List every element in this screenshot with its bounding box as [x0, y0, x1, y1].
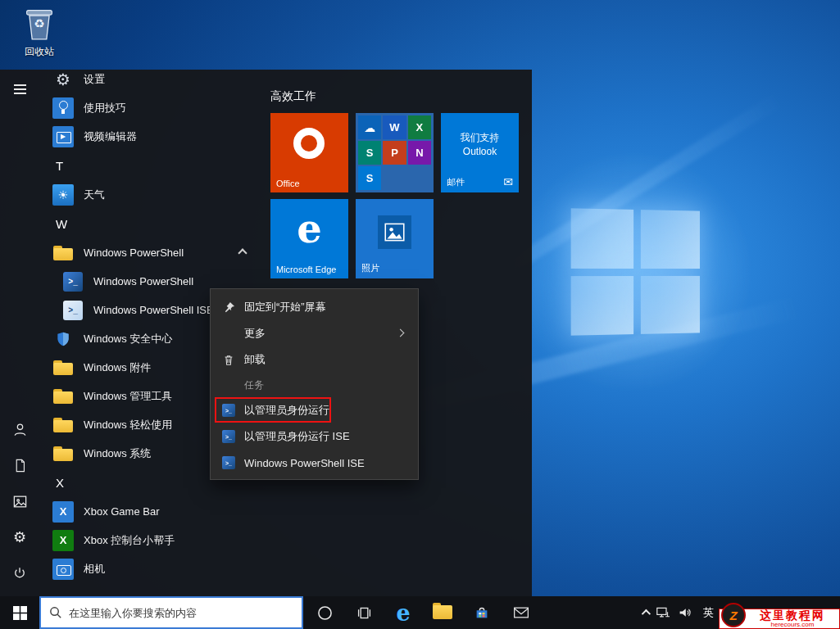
tile-photos[interactable]: 照片 — [356, 199, 434, 278]
expand-menu-button[interactable] — [0, 71, 39, 107]
office-logo-icon — [293, 128, 325, 159]
menu-item-windows-powershell-ise[interactable]: Windows PowerShell ISE — [211, 450, 418, 476]
app-item-camera[interactable]: 相机 — [39, 554, 269, 583]
mail-icon — [513, 604, 529, 621]
volume-icon[interactable] — [678, 606, 692, 619]
taskbar: e 英 — [0, 596, 840, 629]
network-icon[interactable] — [656, 606, 670, 619]
ime-indicator[interactable]: 英 — [700, 605, 717, 620]
file-explorer-button[interactable] — [423, 596, 462, 629]
recycle-bin[interactable]: ♻ 回收站 — [13, 5, 66, 59]
recycle-bin-label: 回收站 — [13, 45, 66, 59]
taskbar-app-icons: e — [305, 596, 541, 629]
app-item-xbox-console-companion[interactable]: Xbox 控制台小帮手 — [39, 526, 269, 554]
app-label: 天气 — [84, 188, 105, 202]
tile-group-title[interactable]: 高效工作 — [270, 89, 316, 104]
onenote-mini-tile[interactable]: N — [408, 141, 431, 165]
documents-button[interactable] — [0, 447, 39, 483]
search-input[interactable] — [69, 607, 290, 619]
mail-tile-text: 我们支持 Outlook — [447, 131, 512, 159]
skype-mini-tile[interactable]: S — [358, 166, 381, 190]
shield-icon — [52, 328, 74, 350]
menu-item-label: 以管理员身份运行 — [244, 403, 329, 418]
app-item-weather[interactable]: 天气 — [39, 180, 269, 209]
menu-item-run-as-administrator[interactable]: 以管理员身份运行 — [211, 397, 418, 423]
photos-icon — [378, 215, 411, 249]
app-label: 相机 — [84, 562, 105, 577]
taskbar-search-box[interactable] — [39, 596, 303, 629]
cortana-button[interactable] — [305, 596, 344, 629]
app-group-windows-powershell[interactable]: Windows PowerShell — [39, 238, 269, 267]
app-label: 使用技巧 — [84, 101, 126, 115]
start-button[interactable] — [0, 596, 39, 629]
app-label: Windows 附件 — [84, 360, 151, 375]
search-icon — [49, 606, 62, 619]
folder-icon — [52, 414, 74, 436]
app-section-t[interactable]: T — [39, 151, 269, 180]
watermark-title: 这里教程网 — [746, 610, 839, 621]
trash-icon — [222, 353, 235, 366]
pictures-button[interactable] — [0, 483, 39, 519]
task-view-button[interactable] — [344, 596, 384, 629]
pictures-icon — [12, 494, 28, 509]
menu-item-run-ise-as-administrator[interactable]: 以管理员身份运行 ISE — [211, 423, 418, 450]
hamburger-icon — [14, 84, 26, 94]
app-item-video-editor[interactable]: 视频编辑器 — [39, 122, 269, 151]
tile-microsoft-edge[interactable]: e Microsoft Edge — [270, 199, 348, 278]
windows-wallpaper-logo — [571, 208, 700, 335]
power-icon — [12, 566, 27, 581]
power-button[interactable] — [0, 555, 39, 591]
mail-button[interactable] — [502, 596, 541, 629]
powershell-context-menu: 固定到“开始”屏幕 更多 卸载 任务 以管理员身份运行 以管理员身份运行 ISE… — [210, 288, 419, 480]
settings-button[interactable]: ⚙ — [0, 519, 39, 555]
tile-folder-office-apps[interactable]: W X S P N S — [356, 113, 434, 192]
menu-item-label: 以管理员身份运行 ISE — [244, 429, 350, 444]
file-explorer-icon — [433, 605, 452, 620]
powerpoint-mini-tile[interactable]: P — [383, 141, 406, 165]
windows-logo-icon — [13, 606, 27, 620]
chevron-right-icon — [397, 329, 405, 337]
app-label: Windows 安全中心 — [84, 332, 172, 346]
powershell-icon — [222, 404, 235, 417]
tile-mail[interactable]: 我们支持 Outlook 邮件 — [441, 113, 519, 192]
task-view-icon — [356, 605, 372, 621]
edge-taskbar-button[interactable]: e — [384, 596, 423, 629]
watermark-logo-icon: Z — [721, 603, 746, 627]
folder-icon — [52, 386, 74, 407]
cortana-icon — [317, 605, 333, 621]
app-section-w[interactable]: W — [39, 209, 269, 238]
excel-mini-tile[interactable]: X — [408, 115, 431, 139]
app-label: 设置 — [84, 72, 105, 87]
word-mini-tile[interactable]: W — [383, 115, 406, 139]
app-label: Xbox 控制台小帮手 — [84, 533, 175, 548]
system-tray: 英 — [642, 596, 717, 629]
blank-icon — [222, 327, 235, 340]
menu-item-pin-to-start[interactable]: 固定到“开始”屏幕 — [211, 294, 418, 320]
app-item-xbox-game-bar[interactable]: Xbox Game Bar — [39, 497, 269, 526]
onedrive-mini-tile[interactable] — [358, 115, 381, 139]
app-item-settings[interactable]: 设置 — [39, 70, 269, 93]
show-hidden-icons-chevron[interactable] — [642, 609, 651, 618]
menu-item-label: 更多 — [244, 326, 266, 341]
menu-item-label: Windows PowerShell ISE — [244, 457, 365, 469]
sway-mini-tile[interactable]: S — [358, 141, 381, 165]
menu-item-uninstall[interactable]: 卸载 — [211, 346, 418, 373]
user-icon — [12, 422, 28, 437]
app-label: 视频编辑器 — [84, 129, 137, 144]
app-label: Windows 管理工具 — [84, 389, 172, 404]
gear-icon: ⚙ — [13, 530, 26, 545]
menu-item-more[interactable]: 更多 — [211, 320, 418, 346]
tile-office[interactable]: Office — [270, 113, 348, 192]
recycle-symbol-icon: ♻ — [13, 16, 66, 31]
user-account-button[interactable] — [0, 411, 39, 447]
section-letter: W — [56, 217, 67, 231]
microsoft-store-button[interactable] — [462, 596, 502, 629]
app-item-tips[interactable]: 使用技巧 — [39, 93, 269, 122]
settings-icon — [52, 70, 74, 90]
folder-icon — [52, 242, 74, 264]
watermark-url: herecours.com — [746, 621, 839, 628]
tile-label: Office — [276, 179, 300, 188]
menu-item-label: 卸载 — [244, 352, 266, 367]
powershell-ise-icon — [63, 301, 83, 320]
powershell-icon — [222, 456, 235, 469]
